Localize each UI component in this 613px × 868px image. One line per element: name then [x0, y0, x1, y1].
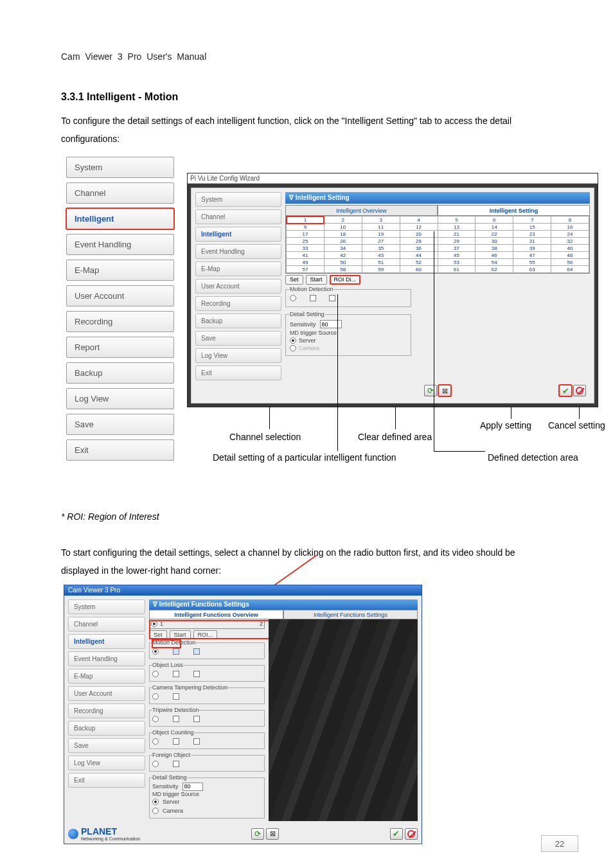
camera-radio[interactable]: [290, 345, 296, 351]
big-menu-event-handling[interactable]: Event Handling: [66, 234, 174, 255]
d2-start-button[interactable]: Start: [170, 630, 191, 639]
mini-menu-channel[interactable]: Channel: [195, 209, 281, 224]
channel-cell-21[interactable]: 21: [438, 231, 475, 238]
channel-cell-9[interactable]: 9: [287, 224, 324, 231]
d2-menu-event-handling[interactable]: Event Handling: [68, 651, 145, 666]
channel-cell-60[interactable]: 60: [400, 266, 438, 273]
d2-refresh-icon[interactable]: ⟳: [251, 828, 264, 840]
d2-set-button[interactable]: Set: [149, 630, 167, 639]
channel-cell-59[interactable]: 59: [362, 266, 400, 273]
channel-cell-17[interactable]: 17: [287, 231, 324, 238]
big-menu-channel[interactable]: Channel: [66, 182, 174, 204]
channel-cell-31[interactable]: 31: [513, 238, 551, 245]
set-button[interactable]: Set: [285, 275, 303, 285]
d2-menu-channel[interactable]: Channel: [68, 617, 145, 632]
mini-menu-save[interactable]: Save: [195, 331, 281, 346]
channel-cell-39[interactable]: 39: [513, 245, 551, 252]
channel-cell-46[interactable]: 46: [475, 252, 513, 259]
d2-count-radio[interactable]: [152, 738, 159, 745]
channel-cell-38[interactable]: 38: [475, 245, 513, 252]
d2-roi-button[interactable]: ROI...: [193, 630, 218, 639]
channel-cell-20[interactable]: 20: [400, 231, 438, 238]
d2-menu-backup[interactable]: Backup: [68, 721, 145, 736]
channel-grid[interactable]: 1234567891011121314151617181920212223242…: [285, 215, 590, 274]
channel-cell-34[interactable]: 34: [324, 245, 362, 252]
sensitivity-input[interactable]: [320, 320, 342, 328]
d2-loss-radio[interactable]: [152, 671, 159, 677]
channel-cell-37[interactable]: 37: [438, 245, 475, 252]
channel-cell-56[interactable]: 56: [551, 259, 589, 266]
channel-cell-12[interactable]: 12: [400, 224, 438, 231]
channel-cell-22[interactable]: 22: [475, 231, 513, 238]
channel-cell-47[interactable]: 47: [513, 252, 551, 259]
tab-functions-settings[interactable]: Intelligent Functions Settings: [283, 610, 418, 619]
d2-menu-recording[interactable]: Recording: [68, 704, 145, 718]
channel-cell-30[interactable]: 30: [475, 238, 513, 245]
apply-icon[interactable]: ✔: [559, 385, 572, 396]
mini-menu-e-map[interactable]: E-Map: [195, 261, 281, 276]
channel-cell-2[interactable]: 2: [324, 217, 362, 224]
channel-cell-28[interactable]: 28: [400, 238, 438, 245]
channel-cell-32[interactable]: 32: [551, 238, 589, 245]
d2-menu-user-account[interactable]: User Account: [68, 686, 145, 701]
channel-1-radio[interactable]: [151, 621, 157, 627]
d2-loss-check2[interactable]: [193, 671, 200, 677]
channel-cell-33[interactable]: 33: [287, 245, 324, 252]
d2-menu-log-view[interactable]: Log View: [68, 756, 145, 770]
d2-trip-check2[interactable]: [193, 716, 200, 722]
d2-motion-check1[interactable]: [173, 648, 179, 655]
channel-cell-24[interactable]: 24: [551, 231, 589, 238]
roi-display-button[interactable]: ROI Di...: [330, 275, 361, 285]
d2-loss-check1[interactable]: [173, 671, 179, 677]
channel-cell-13[interactable]: 13: [438, 224, 475, 231]
channel-cell-61[interactable]: 61: [438, 266, 475, 273]
d2-motion-radio[interactable]: [152, 648, 159, 655]
channel-cell-58[interactable]: 58: [324, 266, 362, 273]
d2-apply-icon[interactable]: ✔: [390, 828, 403, 840]
channel-cell-7[interactable]: 7: [513, 217, 551, 224]
d2-menu-system[interactable]: System: [68, 599, 145, 614]
mini-menu-intelligent[interactable]: Intelligent: [195, 227, 281, 242]
mini-menu-event-handling[interactable]: Event Handling: [195, 244, 281, 259]
d2-foreign-check1[interactable]: [173, 761, 179, 767]
channel-cell-64[interactable]: 64: [551, 266, 589, 273]
channel-cell-25[interactable]: 25: [287, 238, 324, 245]
d2-menu-exit[interactable]: Exit: [68, 773, 145, 788]
d2-cancel-icon[interactable]: [405, 828, 418, 840]
mini-menu-recording[interactable]: Recording: [195, 296, 281, 311]
d2-foreign-radio[interactable]: [152, 761, 159, 767]
d2-count-check2[interactable]: [193, 738, 200, 745]
channel-cell-18[interactable]: 18: [324, 231, 362, 238]
d2-trip-radio[interactable]: [152, 716, 159, 722]
mini-menu-backup[interactable]: Backup: [195, 314, 281, 328]
channel-cell-48[interactable]: 48: [551, 252, 589, 259]
big-menu-intelligent[interactable]: Intelligent: [66, 208, 174, 229]
channel-cell-19[interactable]: 19: [362, 231, 400, 238]
channel-cell-1[interactable]: 1: [287, 217, 324, 224]
channel-cell-42[interactable]: 42: [324, 252, 362, 259]
big-menu-system[interactable]: System: [66, 157, 174, 178]
d2-count-check1[interactable]: [173, 738, 179, 745]
channel-cell-54[interactable]: 54: [475, 259, 513, 266]
channel-cell-3[interactable]: 3: [362, 217, 400, 224]
channel-cell-44[interactable]: 44: [400, 252, 438, 259]
channel-cell-55[interactable]: 55: [513, 259, 551, 266]
cancel-icon[interactable]: [573, 385, 586, 396]
mini-menu-log-view[interactable]: Log View: [195, 348, 281, 363]
server-radio[interactable]: [290, 337, 296, 344]
channel-cell-63[interactable]: 63: [513, 266, 551, 273]
mini-menu-user-account[interactable]: User Account: [195, 279, 281, 294]
motion-radio[interactable]: [290, 295, 296, 301]
channel-cell-4[interactable]: 4: [400, 217, 438, 224]
mini-menu-exit[interactable]: Exit: [195, 366, 281, 380]
big-menu-report[interactable]: Report: [66, 337, 174, 358]
channel-cell-36[interactable]: 36: [400, 245, 438, 252]
channel-cell-51[interactable]: 51: [362, 259, 400, 266]
d2-menu-save[interactable]: Save: [68, 738, 145, 753]
channel-cell-50[interactable]: 50: [324, 259, 362, 266]
d2-sensitivity-input[interactable]: [182, 783, 203, 791]
big-menu-user-account[interactable]: User Account: [66, 285, 174, 306]
channel-cell-26[interactable]: 26: [324, 238, 362, 245]
channel-cell-11[interactable]: 11: [362, 224, 400, 231]
mini-menu-system[interactable]: System: [195, 192, 281, 207]
